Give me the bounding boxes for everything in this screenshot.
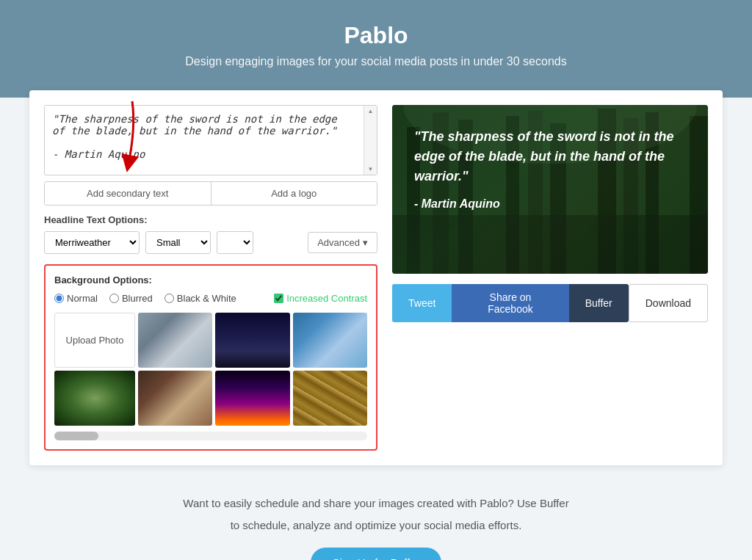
- bg-options-title: Background Options:: [54, 274, 367, 286]
- advanced-chevron-icon: ▾: [363, 237, 368, 248]
- radio-bw-label: Black & White: [177, 293, 236, 304]
- quote-textarea[interactable]: "The sharpness of the sword is not in th…: [45, 106, 377, 172]
- add-logo-button[interactable]: Add a logo: [212, 182, 377, 205]
- image-scrollbar[interactable]: [54, 432, 367, 440]
- scrollbar-thumb: [54, 432, 98, 440]
- footer: Want to easily schedule and share your i…: [0, 473, 752, 560]
- page-subtitle: Design engaging images for your social m…: [15, 55, 737, 68]
- headline-controls: Merriweather Arial Georgia Small Medium …: [44, 231, 377, 254]
- scroll-up-icon: ▲: [368, 108, 374, 114]
- scroll-down-icon: ▼: [368, 166, 374, 172]
- image-grid: Upload Photo: [54, 313, 367, 426]
- bg-radio-group: Normal Blurred Black & White Increased C…: [54, 293, 367, 304]
- preview-quote: "The sharpness of the sword is not in th…: [414, 129, 674, 183]
- download-button[interactable]: Download: [629, 284, 708, 322]
- action-buttons: Tweet Share on Facebook Buffer Download: [392, 284, 708, 322]
- bg-thumbnail-forest[interactable]: [54, 371, 135, 426]
- radio-blurred[interactable]: Blurred: [109, 293, 153, 304]
- footer-line1: Want to easily schedule and share your i…: [15, 495, 737, 512]
- font-select[interactable]: Merriweather Arial Georgia: [44, 231, 140, 254]
- radio-bw[interactable]: Black & White: [164, 293, 236, 304]
- bg-thumbnail-coffee[interactable]: [138, 371, 212, 426]
- color-select[interactable]: [217, 231, 253, 254]
- svg-rect-15: [392, 215, 708, 274]
- bg-thumbnail-rocks[interactable]: [138, 313, 212, 368]
- size-select[interactable]: Small Medium Large: [145, 231, 211, 254]
- page-header: Pablo Design engaging images for your so…: [0, 0, 752, 98]
- contrast-checkbox[interactable]: Increased Contrast: [274, 293, 367, 304]
- right-panel: "The sharpness of the sword is not in th…: [392, 105, 708, 451]
- preview-author: - Martin Aquino: [414, 195, 686, 213]
- add-secondary-text-button[interactable]: Add secondary text: [45, 182, 212, 205]
- advanced-button[interactable]: Advanced ▾: [308, 232, 377, 253]
- preview-image: "The sharpness of the sword is not in th…: [392, 105, 708, 274]
- radio-blurred-label: Blurred: [122, 293, 153, 304]
- bg-thumbnail-clouds[interactable]: [293, 313, 367, 368]
- bg-thumbnail-purple-sky[interactable]: [215, 371, 289, 426]
- left-panel: "The sharpness of the sword is not in th…: [44, 105, 377, 451]
- radio-normal-label: Normal: [67, 293, 98, 304]
- page-title: Pablo: [15, 22, 737, 49]
- advanced-label: Advanced: [317, 237, 360, 248]
- preview-text-overlay: "The sharpness of the sword is not in th…: [414, 127, 686, 213]
- background-options-box: Background Options: Normal Blurred Black…: [44, 264, 377, 451]
- content-grid: "The sharpness of the sword is not in th…: [44, 105, 708, 451]
- tweet-button[interactable]: Tweet: [392, 284, 452, 322]
- contrast-label: Increased Contrast: [286, 293, 367, 304]
- signup-button[interactable]: Sign Up for Buffer: [311, 548, 442, 560]
- radio-normal[interactable]: Normal: [54, 293, 98, 304]
- upload-photo-button[interactable]: Upload Photo: [54, 313, 135, 368]
- facebook-button[interactable]: Share on Facebook: [452, 284, 568, 322]
- main-content: "The sharpness of the sword is not in th…: [29, 90, 723, 465]
- headline-options-label: Headline Text Options:: [44, 214, 377, 225]
- textarea-scrollbar[interactable]: ▲ ▼: [364, 106, 377, 175]
- secondary-row: Add secondary text Add a logo: [44, 181, 377, 206]
- buffer-button[interactable]: Buffer: [569, 284, 629, 322]
- bg-thumbnail-night-sky[interactable]: [215, 313, 289, 368]
- quote-textarea-wrapper: "The sharpness of the sword is not in th…: [44, 105, 377, 175]
- bg-thumbnail-wood[interactable]: [293, 371, 367, 426]
- footer-line2: to schedule, analyze and optimize your s…: [15, 517, 737, 534]
